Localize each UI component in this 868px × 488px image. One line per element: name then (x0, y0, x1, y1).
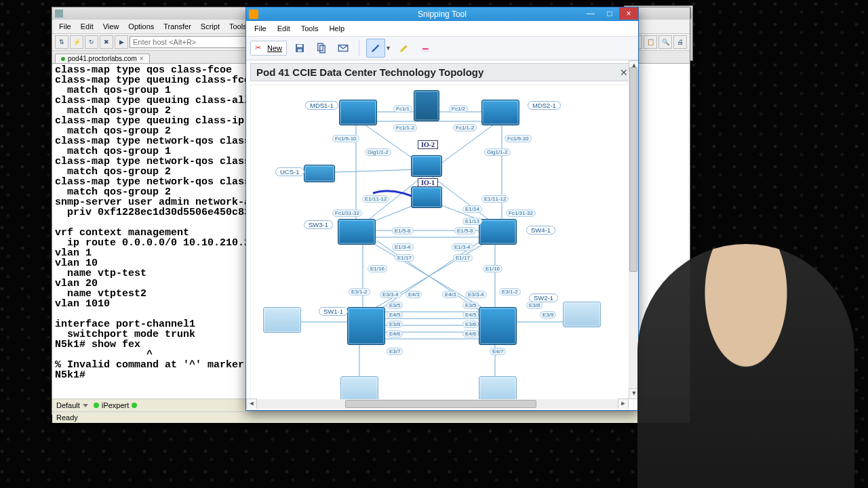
node-io2[interactable] (411, 155, 442, 177)
tab-close-icon[interactable]: × (140, 55, 144, 62)
presenter-overlay (637, 244, 854, 488)
scroll-down-icon[interactable]: ▼ (629, 388, 638, 399)
menu-edit[interactable]: Edit (77, 21, 98, 32)
vscroll-thumb[interactable] (629, 67, 637, 272)
tb-script-icon[interactable]: ▶ (115, 35, 128, 49)
snip-titlebar[interactable]: Snipping Tool — □ × (246, 7, 638, 21)
status-session: iPexpert (102, 401, 129, 409)
status-led-icon (94, 403, 99, 408)
port-label: E1/13 (462, 218, 482, 225)
node-edge-right[interactable] (563, 302, 601, 327)
port-label: E3/5 (387, 302, 403, 309)
snip-content: Pod 41 CCIE Data Center Technology Topol… (246, 60, 638, 409)
status-text: Ready (56, 413, 78, 422)
port-label: E4/3 (442, 291, 458, 298)
snip-menu-file[interactable]: File (250, 23, 271, 34)
topology-close-icon[interactable]: ✕ (620, 67, 628, 78)
dropdown-icon[interactable] (83, 404, 88, 407)
svg-rect-2 (298, 49, 302, 52)
svg-rect-7 (422, 49, 429, 51)
scroll-left-icon[interactable]: ◄ (246, 399, 257, 409)
port-label: Fc1/31-32 (332, 209, 362, 217)
snip-maximize-button[interactable]: □ (600, 7, 619, 20)
scroll-right-icon[interactable]: ► (618, 399, 629, 409)
port-label: Gig1/1-2 (365, 148, 391, 156)
save-icon[interactable] (291, 39, 309, 57)
tb-quick-connect-icon[interactable]: ⚡ (70, 35, 83, 49)
tb-reconnect-icon[interactable]: ↻ (85, 35, 98, 49)
port-label: E3/7 (387, 348, 403, 355)
host-input[interactable] (130, 36, 252, 48)
port-label: E3/1-2 (499, 288, 521, 296)
horizontal-scrollbar[interactable]: ◄ ► (246, 399, 629, 409)
status-led2-icon (132, 403, 137, 408)
snip-app-icon (249, 9, 258, 19)
note-io1: IO-1 (418, 178, 438, 187)
pen-tool-button[interactable] (366, 39, 385, 58)
tb-disconnect-icon[interactable]: ✖ (100, 35, 113, 49)
port-label: E1/5-8 (454, 227, 476, 235)
menu-view[interactable]: View (99, 21, 123, 32)
port-label: Fc1/1 (393, 105, 412, 113)
label-sw3: SW3-1 (304, 220, 333, 229)
highlighter-icon[interactable] (395, 39, 413, 57)
snip-menu-help[interactable]: Help (325, 23, 349, 34)
vertical-scrollbar[interactable]: ▲ ▼ (629, 60, 638, 399)
status-profile: Default (56, 401, 80, 409)
snip-menu-edit[interactable]: Edit (273, 23, 294, 34)
node-mds2[interactable] (481, 100, 519, 125)
menu-options[interactable]: Options (124, 21, 158, 32)
port-label: E4/3 (406, 291, 422, 298)
snip-new-button[interactable]: ✂ New (250, 41, 287, 56)
snip-minimize-button[interactable]: — (581, 7, 600, 20)
node-fex-left[interactable] (340, 376, 378, 402)
menu-transfer[interactable]: Transfer (159, 21, 195, 32)
snip-close-button[interactable]: × (619, 7, 638, 20)
node-sw2-core[interactable] (479, 307, 517, 345)
terminal-tab-active[interactable]: pod41.proctorlabs.com × (55, 54, 150, 63)
copy-icon[interactable] (313, 39, 330, 57)
snip-new-label: New (267, 44, 282, 52)
port-label: Fc1/2 (449, 105, 468, 113)
toolbar-separator (359, 40, 359, 56)
node-sw3[interactable] (338, 219, 376, 245)
email-icon[interactable] (334, 39, 352, 57)
node-io1[interactable] (411, 186, 442, 208)
tb-find-icon[interactable]: 🔍 (658, 35, 672, 49)
port-label: E4/5 (387, 311, 403, 319)
tb-print-icon[interactable]: 🖨 (673, 35, 687, 49)
topology-canvas[interactable]: MDS1-1 MDS2-1 UCS-1 IO-2 IO-1 SW3-1 SW4-… (250, 84, 634, 409)
port-label: E3/6 (462, 321, 479, 328)
node-fex-right[interactable] (479, 376, 517, 402)
node-sw4[interactable] (479, 219, 517, 245)
port-label: E1/11-12 (362, 195, 389, 203)
node-server[interactable] (414, 90, 439, 121)
port-label: Fc1/9-10 (332, 135, 359, 142)
menu-file[interactable]: File (55, 21, 75, 32)
topology-links (251, 85, 631, 409)
port-label: Fc1/9-10 (505, 135, 532, 142)
port-label: E4/6 (462, 330, 479, 338)
node-sw1[interactable] (347, 307, 385, 345)
topology-title: Pod 41 CCIE Data Center Technology Topol… (256, 66, 484, 78)
hscroll-thumb[interactable] (345, 400, 536, 408)
pen-dropdown-icon[interactable]: ▼ (385, 45, 391, 52)
connection-led-icon (61, 57, 65, 61)
port-label: E1/16 (483, 265, 502, 272)
tb-paste-icon[interactable]: 📋 (644, 35, 657, 49)
snip-toolbar: ✂ New ▼ (246, 37, 638, 60)
terminal-sys-icon (55, 9, 63, 18)
tab-label: pod41.proctorlabs.com (68, 55, 137, 62)
menu-script[interactable]: Script (197, 21, 224, 32)
tb-connect-icon[interactable]: ⇅ (55, 35, 68, 49)
port-label: E4/6 (387, 330, 403, 338)
port-label: Fc1/31-32 (506, 209, 536, 217)
svg-rect-1 (297, 45, 302, 47)
node-edge-left[interactable] (263, 307, 301, 333)
snip-title: Snipping Tool (418, 9, 467, 19)
eraser-icon[interactable] (417, 39, 435, 57)
node-mds1[interactable] (339, 100, 377, 125)
snip-menu-tools[interactable]: Tools (297, 23, 323, 34)
port-label: E1/5-8 (392, 227, 414, 235)
node-ucs1[interactable] (304, 165, 335, 182)
